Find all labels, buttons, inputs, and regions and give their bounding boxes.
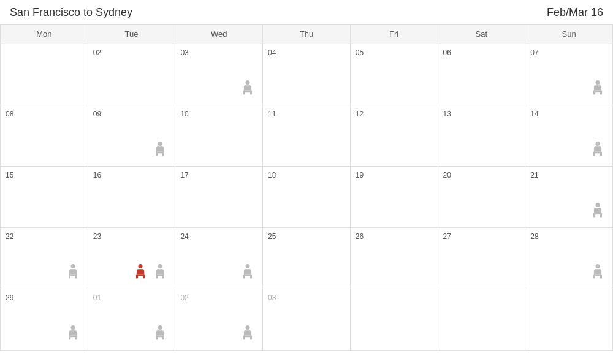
svg-point-28 bbox=[158, 264, 162, 268]
svg-point-44 bbox=[158, 325, 162, 330]
calendar-body: 0203 04050607 0809 bbox=[1, 44, 613, 351]
day-number: 12 bbox=[356, 110, 364, 118]
svg-point-16 bbox=[596, 203, 600, 207]
weekday-label: Sun bbox=[525, 25, 613, 44]
seat-icon-gray bbox=[589, 141, 606, 160]
calendar-cell: 13 bbox=[438, 105, 525, 167]
seat-icon-gray bbox=[239, 264, 256, 282]
day-number: 03 bbox=[268, 294, 276, 302]
svg-point-48 bbox=[246, 325, 250, 330]
seat-icons bbox=[239, 264, 256, 282]
svg-rect-51 bbox=[250, 336, 252, 340]
calendar-cell: 20 bbox=[438, 167, 525, 228]
calendar-cell: 10 bbox=[175, 105, 263, 167]
svg-rect-50 bbox=[243, 336, 245, 340]
day-number: 06 bbox=[443, 48, 451, 57]
svg-rect-3 bbox=[250, 91, 252, 95]
day-number: 26 bbox=[356, 232, 364, 241]
calendar-cell bbox=[525, 289, 613, 351]
seat-icon-gray bbox=[589, 264, 606, 282]
calendar-cell[interactable]: 14 bbox=[525, 105, 613, 167]
svg-rect-38 bbox=[593, 275, 595, 279]
svg-rect-11 bbox=[162, 152, 164, 156]
day-number: 29 bbox=[6, 294, 13, 302]
calendar-cell: 16 bbox=[88, 167, 175, 228]
weekday-header: MonTueWedThuFriSatSun bbox=[1, 25, 613, 44]
calendar-cell[interactable]: 03 bbox=[175, 44, 263, 105]
day-number: 17 bbox=[180, 171, 188, 180]
calendar-cell bbox=[438, 289, 525, 351]
svg-rect-18 bbox=[593, 213, 595, 218]
day-number: 15 bbox=[6, 171, 13, 180]
day-number: 21 bbox=[530, 171, 538, 180]
seat-icon-gray bbox=[239, 325, 256, 344]
svg-rect-46 bbox=[156, 336, 158, 340]
day-number: 14 bbox=[530, 110, 538, 118]
svg-rect-15 bbox=[600, 152, 602, 156]
day-number: 11 bbox=[268, 110, 276, 118]
calendar-cell[interactable]: 01 bbox=[88, 289, 175, 351]
svg-rect-30 bbox=[156, 275, 158, 279]
day-number: 07 bbox=[530, 48, 538, 57]
seat-icons bbox=[132, 264, 169, 282]
day-number: 09 bbox=[93, 110, 101, 118]
day-number: 01 bbox=[93, 294, 101, 302]
calendar-cell: 15 bbox=[1, 167, 88, 228]
calendar-cell[interactable]: 21 bbox=[525, 167, 613, 228]
calendar-cell bbox=[350, 289, 438, 351]
svg-rect-42 bbox=[69, 336, 70, 340]
seat-icon-gray bbox=[64, 325, 82, 344]
weekday-label: Tue bbox=[88, 25, 175, 44]
calendar-cell: 17 bbox=[175, 167, 263, 228]
seat-icons bbox=[589, 141, 606, 160]
calendar-week: 15161718192021 bbox=[1, 167, 613, 228]
calendar-cell: 04 bbox=[263, 44, 351, 105]
day-number: 10 bbox=[180, 110, 188, 118]
weekday-label: Fri bbox=[350, 25, 438, 44]
day-number: 13 bbox=[443, 110, 451, 118]
calendar-cell[interactable]: 23 bbox=[88, 228, 175, 289]
svg-rect-19 bbox=[600, 213, 602, 218]
day-number: 16 bbox=[93, 171, 101, 180]
calendar-cell[interactable]: 22 bbox=[1, 228, 88, 289]
calendar-cell[interactable]: 02 bbox=[175, 289, 263, 351]
calendar-cell bbox=[1, 44, 88, 105]
calendar-cell: 18 bbox=[263, 167, 351, 228]
svg-rect-2 bbox=[243, 91, 245, 95]
svg-point-12 bbox=[596, 142, 600, 146]
seat-icon-gray bbox=[151, 141, 169, 160]
calendar-cell: 25 bbox=[263, 228, 351, 289]
weekday-label: Thu bbox=[263, 25, 351, 44]
calendar-cell: 27 bbox=[438, 228, 525, 289]
seat-icon-gray bbox=[151, 325, 169, 344]
svg-rect-27 bbox=[143, 275, 145, 279]
day-number: 22 bbox=[6, 232, 13, 241]
weekday-label: Sat bbox=[438, 25, 525, 44]
calendar-cell[interactable]: 24 bbox=[175, 228, 263, 289]
day-number: 27 bbox=[443, 232, 451, 241]
day-number: 20 bbox=[443, 171, 451, 180]
calendar-cell: 06 bbox=[438, 44, 525, 105]
seat-icons bbox=[64, 264, 82, 282]
svg-rect-31 bbox=[162, 275, 164, 279]
day-number: 04 bbox=[268, 48, 276, 57]
calendar-cell[interactable]: 09 bbox=[88, 105, 175, 167]
calendar-cell[interactable]: 07 bbox=[525, 44, 613, 105]
svg-rect-26 bbox=[136, 275, 138, 279]
seat-icons bbox=[589, 202, 606, 221]
svg-point-0 bbox=[246, 80, 250, 85]
day-number: 05 bbox=[356, 48, 364, 57]
seat-icon-red bbox=[132, 264, 149, 282]
svg-rect-23 bbox=[75, 275, 77, 279]
svg-rect-34 bbox=[243, 275, 245, 279]
svg-rect-22 bbox=[69, 275, 70, 279]
calendar-cell[interactable]: 29 bbox=[1, 289, 88, 351]
svg-point-40 bbox=[70, 325, 75, 330]
svg-point-20 bbox=[70, 264, 75, 268]
day-number: 18 bbox=[268, 171, 276, 180]
svg-point-24 bbox=[139, 264, 143, 268]
seat-icons bbox=[151, 141, 169, 160]
day-number: 19 bbox=[356, 171, 364, 180]
calendar-cell[interactable]: 28 bbox=[525, 228, 613, 289]
seat-icons bbox=[64, 325, 82, 344]
